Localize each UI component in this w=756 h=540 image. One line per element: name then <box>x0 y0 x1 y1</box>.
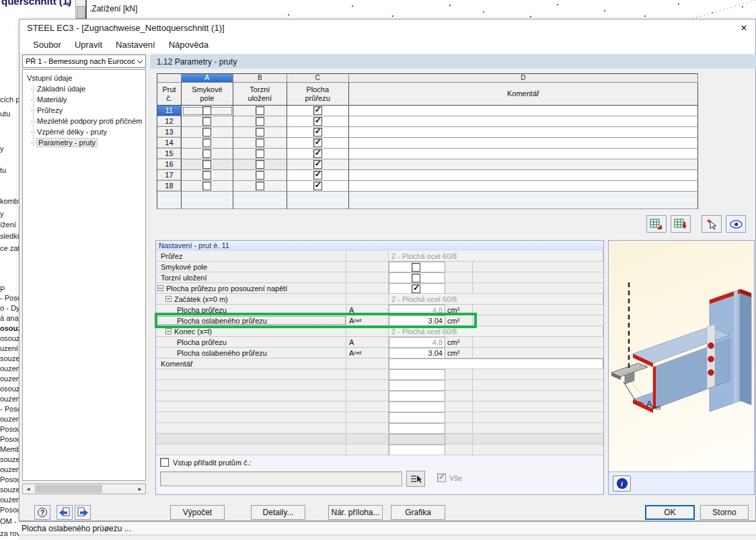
checkbox-torsion[interactable] <box>256 139 264 147</box>
design-case-dropdown[interactable]: PŘ 1 - Bemessung nach Eurocod <box>22 54 146 68</box>
background-vertical-scrollbar[interactable] <box>75 0 85 19</box>
checkbox-shear-panel[interactable] <box>202 149 211 158</box>
scrollbar-thumb[interactable] <box>77 6 85 19</box>
collapse-icon[interactable] <box>165 296 172 302</box>
nav-fragment: Posouz <box>0 425 19 433</box>
view-button[interactable] <box>726 215 746 233</box>
row-header[interactable]: 12 <box>157 116 182 127</box>
menu-napoveda[interactable]: Nápověda <box>162 38 215 52</box>
ok-button[interactable]: OK <box>645 505 695 520</box>
row-header[interactable]: 14 <box>157 138 182 149</box>
column-letter-a[interactable]: A <box>182 74 233 83</box>
close-icon[interactable]: ✕ <box>732 23 755 33</box>
row-header[interactable]: 13 <box>157 127 182 138</box>
checkbox-area[interactable] <box>313 139 322 147</box>
value-anet-start[interactable]: 3.04 <box>389 315 445 325</box>
tree-item-prurezy[interactable]: Průřezy <box>23 105 145 116</box>
checkbox-torsion[interactable] <box>256 171 264 180</box>
national-annex-button[interactable]: Nár. příloha... <box>328 505 383 520</box>
next-module-button[interactable] <box>75 505 91 520</box>
row-header[interactable]: 15 <box>157 149 182 159</box>
tree-horizontal-scrollbar[interactable]: ◄ ► <box>22 484 146 494</box>
row-header[interactable]: 18 <box>157 181 182 192</box>
checkbox-area[interactable] <box>313 182 322 190</box>
checkbox-shear-panel[interactable] <box>202 160 211 169</box>
assign-members-input[interactable] <box>160 471 402 486</box>
cancel-button[interactable]: Storno <box>700 505 749 520</box>
checkbox-shear-panel[interactable] <box>202 182 211 190</box>
tree-item-mezilehle-podpory[interactable]: Mezilehlé podpory proti příčném <box>23 116 145 126</box>
scroll-right-icon[interactable]: ► <box>135 484 145 494</box>
value-a-end: 4.8 <box>389 337 445 347</box>
checkbox-shear-panel[interactable] <box>202 106 211 115</box>
nav-fragment: sledků <box>0 232 19 240</box>
checkbox-smykove-pole[interactable] <box>412 263 420 272</box>
column-letter-c[interactable]: C <box>287 74 349 83</box>
checkbox-torzni-ulozeni[interactable] <box>412 274 420 282</box>
checkbox-torsion[interactable] <box>256 149 264 158</box>
checkbox-area[interactable] <box>313 117 322 126</box>
comment-cell[interactable] <box>349 159 698 170</box>
checkbox-plocha-napeti[interactable] <box>412 284 420 293</box>
previous-module-button[interactable] <box>56 505 73 520</box>
checkbox-torsion[interactable] <box>256 106 264 115</box>
checkbox-torsion[interactable] <box>256 117 264 126</box>
checkbox-area[interactable] <box>313 149 322 158</box>
checkbox-assign[interactable] <box>160 458 169 467</box>
checkbox-area[interactable] <box>313 106 322 115</box>
column-letter-b[interactable]: B <box>233 74 287 83</box>
row-header[interactable]: 11 <box>157 106 182 116</box>
row-header[interactable]: 16 <box>157 159 182 170</box>
calculate-button[interactable]: Výpočet <box>170 505 225 520</box>
column-letter-d[interactable]: D <box>349 74 698 83</box>
pick-members-button-small[interactable] <box>406 471 425 487</box>
dialog-titlebar[interactable]: STEEL EC3 - [Zugnachweise_Nettoquerschni… <box>20 20 755 36</box>
comment-cell[interactable] <box>349 106 698 116</box>
chevron-down-icon[interactable] <box>135 55 145 67</box>
menu-soubor[interactable]: Soubor <box>26 38 68 52</box>
symbol-Anet: Anet <box>346 315 389 325</box>
tree-root[interactable]: Vstupní údaje <box>23 73 145 83</box>
nav-fragment: - Poso <box>0 294 19 302</box>
pick-members-button[interactable] <box>702 215 722 233</box>
checkbox-shear-panel[interactable] <box>202 171 211 180</box>
panel-close-icon[interactable]: x <box>67 0 70 7</box>
scroll-left-icon[interactable]: ◄ <box>23 484 34 494</box>
checkbox-vse[interactable] <box>437 473 446 482</box>
checkbox-area[interactable] <box>313 171 322 180</box>
symbol-A: A <box>346 305 389 315</box>
checkbox-shear-panel[interactable] <box>202 128 211 137</box>
tree-item-zakladni-udaje[interactable]: Základní údaje <box>23 83 145 94</box>
checkbox-torsion[interactable] <box>256 160 264 169</box>
details-button[interactable]: Detaily... <box>251 505 305 520</box>
menu-nastaveni[interactable]: Nastavení <box>109 38 162 52</box>
tree-item-parametry-pruty[interactable]: Parametry - pruty <box>23 137 145 148</box>
menu-upravit[interactable]: Upravit <box>68 38 109 52</box>
tree-item-materialy[interactable]: Materiály <box>23 94 145 105</box>
excel-export-button[interactable] <box>671 215 691 233</box>
excel-import-button[interactable] <box>646 215 667 233</box>
comment-cell[interactable] <box>349 181 698 192</box>
checkbox-area[interactable] <box>313 160 322 169</box>
collapse-icon[interactable] <box>157 285 163 291</box>
comment-cell[interactable] <box>349 149 698 159</box>
checkbox-shear-panel[interactable] <box>202 139 211 147</box>
comment-cell[interactable] <box>349 116 698 127</box>
comment-input-cell[interactable] <box>389 358 603 369</box>
tree-item-vzperne-delky[interactable]: Vzpěrné délky - pruty <box>23 126 145 137</box>
scrollbar-thumb[interactable] <box>35 485 102 493</box>
info-button[interactable]: i <box>613 475 631 492</box>
graphics-button[interactable]: Grafika <box>391 505 445 520</box>
checkbox-torsion[interactable] <box>256 182 264 190</box>
settings-grid: Průřez 2 - Plochá ocel 60/8 Smykové pole… <box>156 251 603 455</box>
checkbox-shear-panel[interactable] <box>202 117 211 126</box>
row-header[interactable]: 17 <box>157 170 182 181</box>
comment-cell[interactable] <box>349 170 698 181</box>
value-anet-end[interactable]: 3.04 <box>389 348 445 358</box>
collapse-icon[interactable] <box>165 328 172 334</box>
comment-cell[interactable] <box>349 127 698 138</box>
comment-cell[interactable] <box>349 138 698 149</box>
help-button[interactable]: ? <box>34 505 50 520</box>
checkbox-torsion[interactable] <box>256 128 264 137</box>
checkbox-area[interactable] <box>313 128 322 137</box>
